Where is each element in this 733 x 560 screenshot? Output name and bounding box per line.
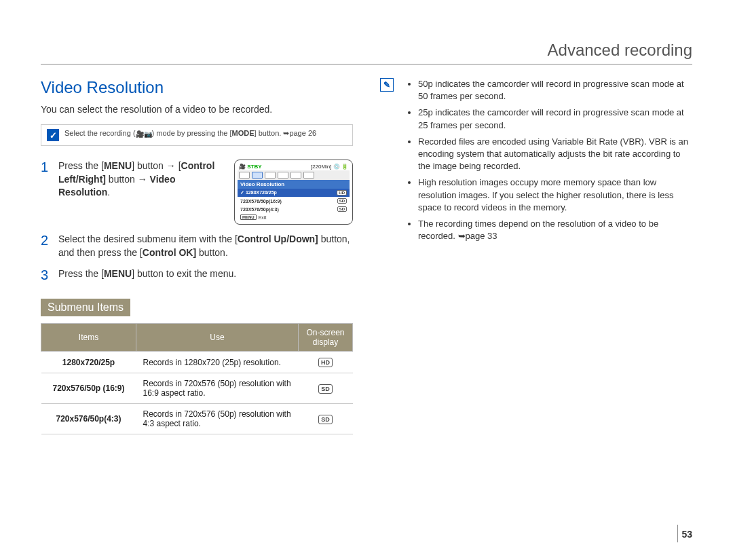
sd-badge: SD xyxy=(318,384,333,394)
col-use-header: Use xyxy=(136,324,299,352)
step-3: 3 Press the [MENU] button to exit the me… xyxy=(41,267,353,282)
list-item: High resolution images occupy more memor… xyxy=(418,176,692,214)
lcd-preview: 🎥 STBY [220Min] 💿 🔋 Video Resolution ✓ 1… xyxy=(234,160,353,225)
list-item: The recording times depend on the resolu… xyxy=(418,218,692,242)
page-header: Advanced recording xyxy=(41,41,692,64)
table-row: 720x576/50p(4:3) Records in 720x576 (50p… xyxy=(41,404,353,434)
lcd-option-selected: ✓ 1280X720/25p HD xyxy=(238,189,350,197)
page-number: 53 xyxy=(681,529,692,540)
notes-list: 50p indicates the camcorder will record … xyxy=(399,78,692,246)
step-number: 2 xyxy=(41,233,52,248)
section-intro: You can select the resolution of a video… xyxy=(41,104,353,115)
table-row: 1280x720/25p Records in 1280x720 (25p) r… xyxy=(41,352,353,373)
step-text: Press the [MENU] button to exit the menu… xyxy=(58,267,353,281)
steps-list: 1 Press the [MENU] button → [Control Lef… xyxy=(41,160,353,282)
list-item: Recorded files are encoded using Variabl… xyxy=(418,136,692,173)
lcd-exit: MENU Exit xyxy=(238,213,350,221)
list-item: 25p indicates the camcorder will record … xyxy=(418,107,692,131)
submenu-table: Items Use On-screen display 1280x720/25p… xyxy=(41,323,353,434)
table-row: 720x576/50p (16:9) Records in 720x576 (5… xyxy=(41,373,353,404)
step-number: 3 xyxy=(41,267,52,282)
lcd-tabs xyxy=(238,170,350,180)
lcd-time: [220Min] 💿 🔋 xyxy=(311,164,348,170)
check-icon: ✓ xyxy=(47,129,59,141)
step-text: Press the [MENU] button → [Control Left/… xyxy=(58,160,227,200)
step-1: 1 Press the [MENU] button → [Control Lef… xyxy=(41,160,353,225)
submenu-heading: Submenu Items xyxy=(41,299,130,316)
lcd-menu-title: Video Resolution xyxy=(238,180,350,189)
sd-badge: SD xyxy=(318,415,333,424)
step-2: 2 Select the desired submenu item with t… xyxy=(41,233,353,259)
lcd-stby: STBY xyxy=(247,164,261,170)
mode-note: ✓ Select the recording (🎥📷) mode by pres… xyxy=(41,124,353,146)
hd-badge: HD xyxy=(318,358,333,367)
list-item: 50p indicates the camcorder will record … xyxy=(418,78,692,102)
lcd-option: 720X576/50p(4:3) SD xyxy=(238,205,350,213)
lcd-option: 720X576/50p(16:9) SD xyxy=(238,197,350,205)
col-items-header: Items xyxy=(41,324,136,352)
notes-block: ✎ 50p indicates the camcorder will recor… xyxy=(380,78,692,246)
note-icon: ✎ xyxy=(380,78,394,92)
col-display-header: On-screen display xyxy=(299,324,353,352)
step-text: Select the desired submenu item with the… xyxy=(58,233,353,259)
step-number: 1 xyxy=(41,160,52,174)
section-title: Video Resolution xyxy=(41,78,353,97)
mode-note-text: Select the recording (🎥📷) mode by pressi… xyxy=(64,129,316,138)
